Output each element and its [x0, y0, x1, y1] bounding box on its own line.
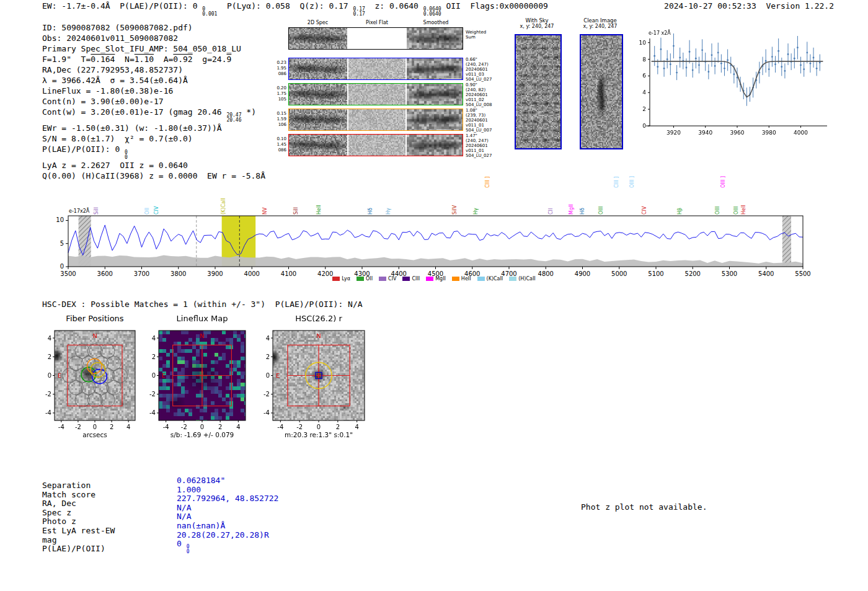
tick-label: 5000 — [611, 270, 627, 277]
text-segment: P(LAE)/P(OII): 0 — [42, 144, 125, 154]
hsc-overlay: -4-4-2-2002244m:20.3 re:1.3" s:0.1"NE — [251, 310, 386, 443]
timestamp-version: 2024-10-27 00:52:33 Version 1.22.2 — [664, 1, 834, 11]
legend-label: (K)CaII — [487, 276, 503, 282]
annotation-line: 20240601 — [466, 118, 498, 123]
legend-swatch — [402, 277, 410, 281]
spec2d-row-left-labels: 0.151.59106 — [275, 111, 286, 128]
sky-panel-title: With Skyx, y: 240, 247 — [508, 17, 565, 30]
spec2d-row-left-labels: 0.201.75105 — [275, 86, 286, 102]
spectral-line-label: Hγ — [386, 208, 391, 215]
weighted-spec-row — [288, 27, 463, 50]
info-line: P(LAE)/P(OII): 0 00 — [42, 144, 265, 160]
data-point — [720, 63, 722, 64]
tick-label: -2 — [181, 424, 187, 430]
info-line: F=1.9" T=0.164 N=1.10 A=0.92 g=24.9 — [42, 54, 265, 64]
annotation-line: 504_LU_027 — [466, 153, 498, 158]
annotation-line: (240, 247) — [466, 138, 498, 143]
text-segment: Primary Spec_Slot_IFU_AMP: 504_050_018_L… — [42, 44, 241, 53]
spec2d-row-annotation: 0.66"(240, 247)20240601v011_03504_LU_027 — [466, 57, 498, 82]
twod-spec-image — [289, 28, 347, 49]
elixer-report-page: EW: -1.7±-0.4Å P(LAE)/P(OII): 0 00.001 P… — [0, 0, 868, 591]
lineflux-overlay: -4-4-2-2002244s/b: -1.69 +/- 0.079NE — [137, 310, 267, 443]
text-segment: EWr = -1.50(±0.31) (w: -1.80(±0.37))Å — [42, 123, 222, 133]
weighted-sum-line: Sum — [466, 35, 486, 40]
masked-edge-band — [782, 216, 791, 267]
data-point — [774, 63, 776, 65]
tick-label: 3920 — [666, 130, 681, 136]
with-sky-image — [516, 35, 560, 148]
legend-item: CIV — [379, 276, 396, 282]
pixel-flat-image — [348, 135, 405, 156]
photz-note: Phot z plot not available. — [581, 502, 707, 512]
spectral-line-label: OIII — [733, 207, 739, 215]
text-segment: A= — [154, 55, 173, 64]
spectral-line-label: CIII ] — [485, 177, 490, 188]
tick-label: 4 — [48, 335, 51, 342]
data-point — [800, 64, 802, 66]
tick-label: 4 — [126, 424, 130, 430]
left-label-line: 0.15 — [275, 111, 286, 117]
pixel-flat-image — [348, 109, 405, 130]
compass-north-label: N — [316, 332, 321, 339]
pixel-flat-image — [348, 84, 405, 105]
text-segment: S/N = 8.0(±1.7) χ² = 0.7(±0.0) — [42, 134, 193, 143]
stacked-fraction: 0.170.17 — [353, 7, 365, 17]
legend-label: (H)CaII — [518, 276, 535, 282]
data-point — [816, 68, 818, 69]
data-point — [733, 73, 735, 75]
tick-label: -2 — [296, 424, 303, 430]
spectral-line-label: Hδ — [368, 208, 373, 215]
info-line: S/N = 8.0(±1.7) χ² = 0.7(±0.0) — [42, 133, 265, 144]
data-point — [794, 58, 795, 60]
spec2d-row-annotation: 1.08"(239, 73)20240601v011_01504_LU_007 — [466, 108, 498, 133]
smoothed-image — [407, 84, 463, 105]
legend-item: MgII — [426, 276, 446, 282]
data-point — [707, 71, 709, 73]
text-segment: 0.92 — [173, 55, 192, 64]
tick-label: 4000 — [794, 130, 808, 136]
data-point — [663, 68, 665, 69]
info-line: λ = 3966.42Å σ = 3.54(±0.64)Å — [42, 75, 265, 86]
text-segment: g=24. — [193, 55, 227, 64]
tick-label: 0 — [266, 372, 270, 379]
legend-label: CIV — [388, 276, 396, 282]
data-point — [714, 65, 716, 67]
spectral-line-label: CIII ] — [614, 177, 619, 188]
stacked-sub: 0.17 — [353, 12, 365, 17]
tick-label: -4 — [277, 424, 283, 430]
tick-label: -2 — [149, 391, 156, 398]
annotation-line: 20240601 — [466, 67, 498, 72]
text-segment: z: 0.0640 — [365, 1, 423, 11]
left-label-line: 1.59 — [275, 117, 286, 122]
tick-label: 10 — [639, 40, 647, 46]
info-line: ID: 5090087082 (5090087082.pdf) — [42, 22, 265, 33]
tick-label: 3960 — [730, 130, 745, 136]
data-point — [803, 68, 805, 70]
spectral-line-label: CII — [548, 208, 554, 215]
smoothed-image — [407, 135, 463, 156]
compass-north-label: N — [92, 332, 97, 339]
tick-label: -2 — [45, 391, 51, 398]
data-point — [717, 51, 719, 53]
tick-label: 4000 — [244, 270, 260, 277]
legend-swatch — [452, 277, 459, 281]
left-label-line: 1.95 — [275, 66, 286, 71]
annotation-line: 20240601 — [466, 92, 498, 97]
tick-label: 2 — [110, 424, 113, 430]
data-point — [701, 49, 703, 51]
weighted-sum-label: WeightedSum — [466, 30, 486, 40]
tick-label: 2 — [642, 106, 646, 112]
text-segment: ID: 5090087082 (5090087082.pdf) — [42, 23, 193, 32]
annotation-line: 504_LU_007 — [466, 128, 498, 133]
tick-label: 3700 — [134, 270, 149, 277]
with-sky-panel — [515, 34, 562, 149]
spec2d-row-annotation: 0.90"(240, 82)20240601v011_02504_LU_008 — [466, 82, 498, 107]
data-point — [787, 53, 789, 55]
tick-label: -4 — [58, 424, 64, 430]
data-point — [676, 72, 678, 74]
sky-panel-coords: x, y: 240, 247 — [574, 24, 627, 30]
tick-label: 0 — [60, 263, 64, 270]
info-line: Cont(w) = 3.20(±0.01)e-17 (gmag 20.46 20… — [42, 107, 265, 123]
data-point — [653, 55, 655, 57]
spec2d-row — [288, 58, 463, 80]
